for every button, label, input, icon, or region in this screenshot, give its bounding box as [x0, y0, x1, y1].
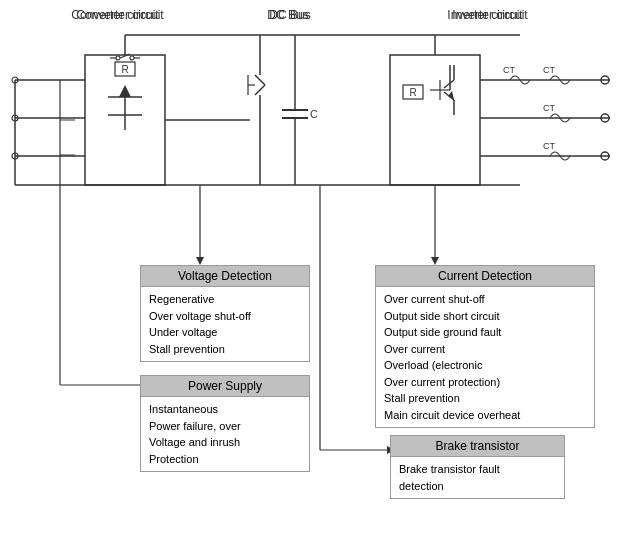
list-item: Output side ground fault [384, 324, 586, 341]
svg-marker-42 [448, 91, 454, 100]
list-item: detection [399, 478, 556, 495]
list-item: Over voltage shut-off [149, 308, 301, 325]
list-item: Protection [149, 451, 301, 468]
voltage-detection-content: Regenerative Over voltage shut-off Under… [141, 287, 309, 361]
brake-transistor-box: Brake transistor Brake transistor fault … [390, 435, 565, 499]
svg-point-12 [116, 56, 120, 60]
svg-text:CT: CT [543, 103, 555, 113]
svg-text:CT: CT [543, 65, 555, 75]
current-detection-content: Over current shut-off Output side short … [376, 287, 594, 427]
svg-text:CT: CT [543, 141, 555, 151]
list-item: Over current protection) [384, 374, 586, 391]
svg-line-41 [444, 80, 454, 88]
diagram-container: Converter circuit DC Bus Inverter circui… [0, 0, 620, 535]
list-item: Voltage and inrush [149, 434, 301, 451]
list-item: Over current shut-off [384, 291, 586, 308]
svg-text:R: R [409, 87, 416, 98]
current-detection-box: Current Detection Over current shut-off … [375, 265, 595, 428]
brake-transistor-header: Brake transistor [391, 436, 564, 457]
svg-point-13 [130, 56, 134, 60]
converter-label-text: Converter circuit [55, 8, 185, 22]
power-supply-box: Power Supply Instantaneous Power failure… [140, 375, 310, 472]
svg-marker-56 [196, 257, 204, 265]
svg-marker-63 [431, 257, 439, 265]
voltage-detection-header: Voltage Detection [141, 266, 309, 287]
current-detection-header: Current Detection [376, 266, 594, 287]
dcbus-label-text: DC Bus [248, 8, 328, 22]
power-supply-header: Power Supply [141, 376, 309, 397]
list-item: Stall prevention [149, 341, 301, 358]
list-item: Overload (electronic [384, 357, 586, 374]
list-item: Regenerative [149, 291, 301, 308]
svg-marker-5 [119, 85, 131, 97]
list-item: Instantaneous [149, 401, 301, 418]
list-item: Main circuit device overheat [384, 407, 586, 424]
list-item: Under voltage [149, 324, 301, 341]
svg-line-29 [255, 75, 265, 85]
brake-transistor-content: Brake transistor fault detection [391, 457, 564, 498]
svg-text:R: R [121, 64, 128, 75]
list-item: Stall prevention [384, 390, 586, 407]
svg-line-30 [255, 85, 265, 95]
inverter-label-text: Inverter circuit [415, 8, 555, 22]
svg-text:CT: CT [503, 65, 515, 75]
list-item: Brake transistor fault [399, 461, 556, 478]
svg-rect-34 [390, 55, 480, 185]
list-item: Output side short circuit [384, 308, 586, 325]
svg-text:C: C [310, 108, 318, 120]
voltage-detection-box: Voltage Detection Regenerative Over volt… [140, 265, 310, 362]
list-item: Over current [384, 341, 586, 358]
list-item: Power failure, over [149, 418, 301, 435]
power-supply-content: Instantaneous Power failure, over Voltag… [141, 397, 309, 471]
